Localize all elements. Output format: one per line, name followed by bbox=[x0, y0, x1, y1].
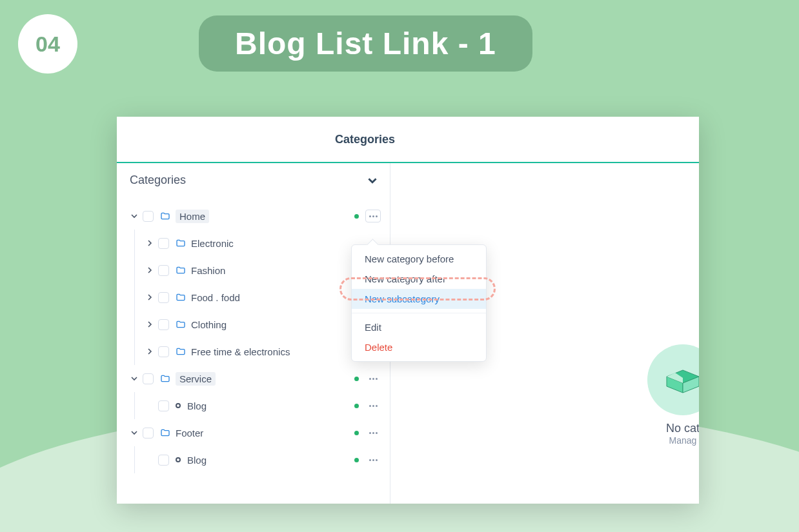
chevron-right-icon[interactable] bbox=[145, 266, 154, 275]
more-button[interactable] bbox=[365, 210, 381, 222]
status-dot bbox=[354, 458, 359, 462]
folder-icon bbox=[176, 292, 186, 302]
more-button[interactable] bbox=[365, 372, 381, 385]
tree-row-blog-1[interactable]: Blog bbox=[130, 392, 381, 419]
row-label: Blog bbox=[187, 400, 207, 411]
chevron-down-icon bbox=[368, 176, 377, 185]
menu-delete[interactable]: Delete bbox=[352, 337, 486, 357]
empty-state: No cat Manag bbox=[644, 344, 699, 446]
folder-icon bbox=[176, 319, 186, 330]
row-label: Electronic bbox=[191, 238, 234, 249]
chevron-right-icon[interactable] bbox=[145, 320, 154, 329]
folder-icon bbox=[176, 346, 186, 357]
menu-edit[interactable]: Edit bbox=[352, 317, 486, 337]
chevron-right-icon[interactable] bbox=[145, 293, 154, 302]
checkbox[interactable] bbox=[143, 211, 154, 222]
step-number-badge: 04 bbox=[18, 14, 77, 74]
empty-title: No cat bbox=[644, 422, 699, 435]
tree-row-food[interactable]: Food . fodd bbox=[130, 284, 381, 311]
row-label: Blog bbox=[187, 455, 207, 466]
chevron-down-icon[interactable] bbox=[130, 212, 139, 221]
row-label: Fashion bbox=[191, 265, 225, 276]
spacer bbox=[145, 455, 154, 464]
row-label: Footer bbox=[176, 428, 203, 438]
page-icon bbox=[176, 403, 181, 408]
checkbox[interactable] bbox=[158, 319, 169, 330]
categories-panel: Categories Home bbox=[117, 163, 390, 504]
tree-row-blog-2[interactable]: Blog bbox=[130, 446, 381, 473]
more-button[interactable] bbox=[365, 426, 381, 439]
checkbox[interactable] bbox=[158, 346, 169, 357]
panel-title: Categories bbox=[130, 173, 186, 187]
folder-icon bbox=[176, 238, 186, 248]
chevron-down-icon[interactable] bbox=[130, 374, 139, 383]
more-button[interactable] bbox=[365, 399, 381, 412]
tree-row-home[interactable]: Home bbox=[130, 202, 381, 230]
folder-icon bbox=[176, 265, 186, 275]
checkbox[interactable] bbox=[158, 238, 169, 249]
status-dot bbox=[354, 431, 359, 435]
menu-new-category-after[interactable]: New category after bbox=[352, 269, 486, 289]
panel-header[interactable]: Categories bbox=[117, 163, 390, 202]
checkbox[interactable] bbox=[158, 265, 169, 276]
folder-icon bbox=[160, 373, 170, 384]
menu-separator bbox=[352, 313, 486, 313]
tree-row-freetime[interactable]: Free time & electronics bbox=[130, 338, 381, 365]
tree-row-service[interactable]: Service bbox=[130, 365, 381, 392]
menu-new-subcategory[interactable]: New subcategory bbox=[352, 289, 486, 309]
folder-icon bbox=[160, 211, 170, 221]
slide-title: Blog List Link - 1 bbox=[199, 15, 532, 72]
status-dot bbox=[354, 377, 359, 381]
row-label: Food . fodd bbox=[191, 292, 240, 303]
empty-subtitle: Manag bbox=[644, 435, 699, 446]
spacer bbox=[145, 401, 154, 410]
status-dot bbox=[354, 214, 359, 219]
chevron-right-icon[interactable] bbox=[145, 347, 154, 356]
more-button[interactable] bbox=[365, 453, 381, 466]
tree-row-electronic[interactable]: Electronic bbox=[130, 230, 381, 257]
checkbox[interactable] bbox=[158, 455, 169, 466]
context-menu: New category before New category after N… bbox=[351, 244, 487, 362]
row-label: Clothing bbox=[191, 319, 227, 330]
status-dot bbox=[354, 404, 359, 408]
menu-new-category-before[interactable]: New category before bbox=[352, 249, 486, 269]
empty-state-icon bbox=[647, 344, 699, 415]
tab-categories[interactable]: Categories bbox=[335, 133, 395, 146]
checkbox[interactable] bbox=[143, 373, 154, 384]
folder-icon bbox=[160, 428, 170, 438]
step-number: 04 bbox=[35, 32, 60, 57]
chevron-right-icon[interactable] bbox=[145, 239, 154, 248]
checkbox[interactable] bbox=[143, 428, 154, 438]
checkbox[interactable] bbox=[158, 400, 169, 411]
slide-title-text: Blog List Link - 1 bbox=[235, 26, 496, 61]
tree-row-clothing[interactable]: Clothing bbox=[130, 311, 381, 338]
chevron-down-icon[interactable] bbox=[130, 428, 139, 437]
page-icon bbox=[176, 457, 181, 462]
tab-bar: Categories bbox=[117, 117, 699, 163]
row-label: Free time & electronics bbox=[191, 346, 290, 357]
row-label: Home bbox=[176, 210, 209, 223]
tree-row-fashion[interactable]: Fashion bbox=[130, 257, 381, 284]
tree-row-footer[interactable]: Footer bbox=[130, 419, 381, 446]
category-tree: Home Electronic bbox=[117, 202, 390, 473]
checkbox[interactable] bbox=[158, 292, 169, 303]
row-label: Service bbox=[176, 372, 216, 386]
